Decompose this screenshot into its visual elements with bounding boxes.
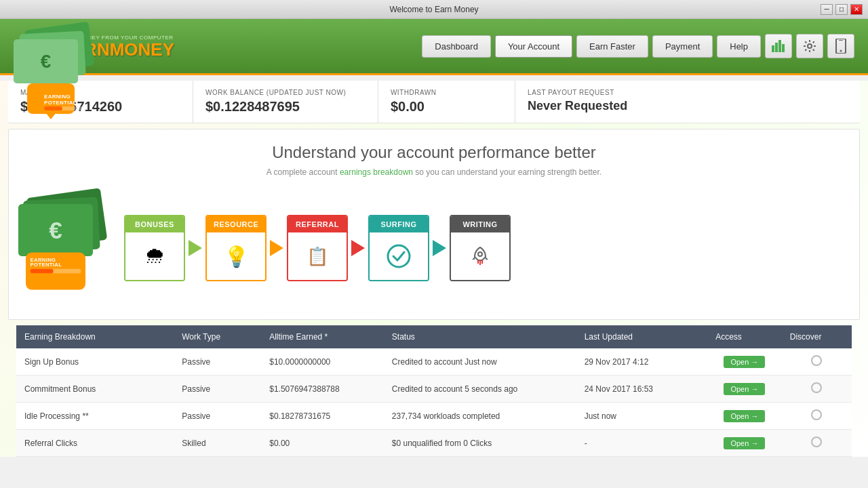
money-icon: € EARNING POTENTIAL: [22, 197, 111, 299]
stats-icon-button[interactable]: [765, 34, 792, 58]
table-row: Referral Clicks Skilled $0.00 $0 unquali…: [16, 430, 852, 457]
payout-label: LAST PAYOUT REQUEST: [528, 89, 848, 96]
th-breakdown: Earning Breakdown: [16, 325, 174, 348]
perf-sub-pre: A complete account: [267, 167, 340, 177]
svg-point-9: [478, 252, 482, 256]
cell-access: Open →: [707, 403, 782, 430]
close-button[interactable]: ✕: [850, 4, 863, 15]
cell-earned: $0.00: [261, 430, 384, 457]
nav-area: Dashboard Your Account Earn Faster Payme…: [422, 34, 854, 58]
th-access: Access: [707, 325, 782, 348]
bubble: EARNING POTENTIAL: [26, 253, 85, 290]
referral-header: REFERRAL: [288, 216, 347, 232]
writing-card: WRITING: [450, 215, 511, 281]
bonuses-header: BONUSES: [125, 216, 184, 232]
window-controls: ─ □ ✕: [821, 4, 863, 15]
arrow-4: [429, 240, 450, 256]
open-button[interactable]: Open →: [724, 410, 765, 422]
svg-point-8: [388, 245, 410, 267]
your-account-button[interactable]: Your Account: [495, 35, 572, 58]
dashboard-button[interactable]: Dashboard: [422, 35, 491, 58]
cell-breakdown: Referral Clicks: [16, 430, 174, 457]
bonuses-body: 🌨: [125, 232, 184, 280]
arrow-3: [348, 240, 368, 256]
svg-rect-1: [775, 43, 778, 52]
cell-work-type: Passive: [174, 348, 261, 375]
cell-work-type: Passive: [174, 375, 261, 403]
cell-breakdown: Idle Processing **: [16, 403, 174, 430]
arrow-orange-icon: [270, 240, 283, 256]
table-wrapper: Earning Breakdown Work Type Alltime Earn…: [8, 325, 860, 457]
app-header: € EARNING POTENTIAL MAKE MONEY FROM YOUR…: [0, 19, 868, 75]
earn-faster-button[interactable]: Earn Faster: [576, 35, 648, 58]
title-bar: Welcome to Earn Money ─ □ ✕: [0, 0, 868, 19]
open-button[interactable]: Open →: [724, 356, 765, 368]
open-button[interactable]: Open →: [724, 383, 765, 395]
cell-breakdown: Commitment Bonus: [16, 375, 174, 403]
cell-status: Credited to account Just now: [384, 348, 576, 375]
arrow-red-icon: [351, 240, 365, 256]
bonuses-card: BONUSES 🌨: [124, 215, 185, 281]
svg-point-6: [840, 50, 842, 52]
cell-updated: Just now: [576, 403, 708, 430]
cell-access: Open →: [707, 348, 782, 375]
ep-label: EARNING POTENTIAL: [26, 253, 85, 269]
resource-icon: 💡: [224, 245, 249, 268]
cell-earned: $1.5076947388788: [261, 375, 384, 403]
cell-work-type: Skilled: [174, 430, 261, 457]
payout-value: Never Requested: [528, 99, 848, 113]
svg-rect-3: [782, 44, 785, 52]
bill-3: €: [18, 204, 93, 256]
th-earned: Alltime Earned *: [261, 325, 384, 348]
payment-button[interactable]: Payment: [652, 35, 713, 58]
checkmark-icon: [387, 244, 411, 268]
open-button[interactable]: Open →: [724, 437, 765, 449]
discover-radio[interactable]: [811, 355, 822, 366]
cell-access: Open →: [707, 430, 782, 457]
discover-radio[interactable]: [811, 409, 822, 420]
discover-radio[interactable]: [811, 436, 822, 447]
bonuses-icon: 🌨: [144, 245, 165, 268]
withdrawn-item: WITHDRAWN $0.00: [378, 81, 515, 123]
earning-bar-fill: [44, 106, 62, 110]
referral-card: REFERRAL 📋: [287, 215, 348, 281]
cell-discover: [782, 403, 852, 430]
arrow-2: [267, 240, 287, 256]
cell-updated: 24 Nov 2017 16:53: [576, 375, 708, 403]
th-status: Status: [384, 325, 576, 348]
referral-body: 📋: [288, 232, 347, 280]
surfing-header: SURFING: [370, 216, 428, 232]
mobile-icon-button[interactable]: [827, 34, 854, 58]
cell-status: 237,734 workloads completed: [384, 403, 576, 430]
help-button[interactable]: Help: [717, 35, 761, 58]
work-balance-label: WORK BALANCE (UPDATED JUST NOW): [205, 89, 366, 96]
settings-icon-button[interactable]: [796, 34, 823, 58]
balance-bar: MAIN BALANCE $11.6306714260 WORK BALANCE…: [8, 81, 860, 123]
bill-front: €: [14, 39, 78, 83]
resource-body: 💡: [207, 232, 265, 280]
work-balance-value: $0.1228487695: [205, 99, 366, 115]
main-content: MAIN BALANCE $11.6306714260 WORK BALANCE…: [0, 81, 868, 457]
perf-title: Understand your account performance bett…: [22, 143, 846, 162]
ep-bar: [31, 269, 54, 274]
table-header-row: Earning Breakdown Work Type Alltime Earn…: [16, 325, 852, 348]
table-body: Sign Up Bonus Passive $10.0000000000 Cre…: [16, 348, 852, 457]
ep-bar-bg: [31, 269, 81, 274]
discover-radio[interactable]: [811, 382, 822, 393]
cell-status: $0 unqualified from 0 Clicks: [384, 430, 576, 457]
cell-earned: $10.0000000000: [261, 348, 384, 375]
rocket-icon: [469, 245, 492, 268]
svg-rect-0: [772, 45, 774, 52]
perf-sub-link[interactable]: earnings breakdown: [340, 167, 413, 177]
cell-status: Credited to account 5 seconds ago: [384, 375, 576, 403]
cell-updated: 29 Nov 2017 4:12: [576, 348, 708, 375]
gear-icon: [803, 39, 816, 53]
maximize-button[interactable]: □: [835, 4, 848, 15]
cell-updated: -: [576, 430, 708, 457]
writing-header: WRITING: [451, 216, 509, 232]
minimize-button[interactable]: ─: [821, 4, 833, 15]
arrow-green-icon: [189, 240, 202, 256]
writing-body: [451, 232, 509, 280]
resource-header: RESOURCE: [207, 216, 265, 232]
earnings-table: Earning Breakdown Work Type Alltime Earn…: [16, 325, 852, 457]
